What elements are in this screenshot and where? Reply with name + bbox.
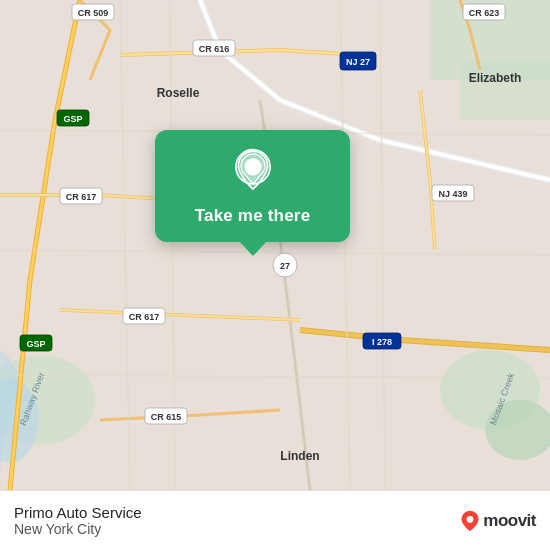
- map-container: CR 509 CR 616 CR 623 GSP Roselle Elizabe…: [0, 0, 550, 490]
- bottom-bar: Primo Auto Service New York City moovit: [0, 490, 550, 550]
- svg-rect-2: [460, 60, 550, 120]
- place-name: Primo Auto Service: [14, 504, 142, 521]
- place-info: Primo Auto Service New York City: [14, 504, 142, 537]
- svg-text:GSP: GSP: [63, 114, 82, 124]
- place-city: New York City: [14, 521, 142, 537]
- svg-text:Elizabeth: Elizabeth: [469, 71, 522, 85]
- svg-text:NJ 27: NJ 27: [346, 57, 370, 67]
- svg-text:GSP: GSP: [26, 339, 45, 349]
- moovit-logo: moovit: [459, 510, 536, 532]
- moovit-pin-icon: [459, 510, 481, 532]
- svg-text:NJ 439: NJ 439: [438, 189, 467, 199]
- take-me-there-label: Take me there: [195, 206, 311, 226]
- svg-text:I 278: I 278: [372, 337, 392, 347]
- map-popup[interactable]: Take me there: [155, 130, 350, 242]
- svg-text:CR 616: CR 616: [199, 44, 230, 54]
- moovit-brand-text: moovit: [483, 511, 536, 531]
- location-pin-icon: [229, 148, 277, 196]
- svg-text:27: 27: [280, 261, 290, 271]
- map-background: CR 509 CR 616 CR 623 GSP Roselle Elizabe…: [0, 0, 550, 490]
- svg-text:CR 623: CR 623: [469, 8, 500, 18]
- svg-text:Roselle: Roselle: [157, 86, 200, 100]
- svg-text:CR 615: CR 615: [151, 412, 182, 422]
- svg-text:CR 509: CR 509: [78, 8, 109, 18]
- svg-text:Linden: Linden: [280, 449, 319, 463]
- svg-text:CR 617: CR 617: [66, 192, 97, 202]
- svg-text:CR 617: CR 617: [129, 312, 160, 322]
- svg-point-45: [467, 515, 474, 522]
- svg-point-44: [246, 159, 260, 173]
